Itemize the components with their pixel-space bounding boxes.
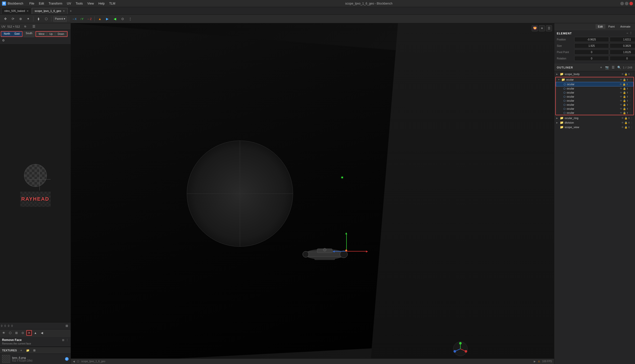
toolbar-btn-c[interactable]: ◀ bbox=[112, 16, 118, 22]
menu-file[interactable]: File bbox=[27, 1, 36, 6]
uv-copy-coords[interactable]: ⊞ bbox=[64, 323, 70, 329]
ocular-4-more-icon[interactable]: ⋮ bbox=[629, 99, 631, 102]
outliner-item-ocular-3[interactable]: ⬡ ocular 👁 🔒 ⬆ ⋮ bbox=[556, 95, 633, 99]
division-lock-icon[interactable]: 🔒 bbox=[624, 121, 627, 124]
scene-nav-next[interactable]: ▶ bbox=[534, 360, 536, 363]
ocular-3-export-icon[interactable]: ⬆ bbox=[626, 95, 628, 98]
uv-options-btn[interactable]: ⚙ bbox=[1, 38, 6, 43]
viewport[interactable]: 🌄 ☀ ☰ ◀ ⬡ scope_lpvo_1_6_geo bbox=[71, 23, 554, 364]
uv-unwrap-tool[interactable]: ⬡ bbox=[7, 330, 13, 336]
ocular-6-more-icon[interactable]: ⋮ bbox=[629, 107, 631, 110]
position-x-input[interactable] bbox=[574, 37, 609, 42]
tab-scope[interactable]: scope_lpvo_1_6_geo ✕ bbox=[32, 8, 68, 14]
ocular-ring-lock-icon[interactable]: 🔒 bbox=[624, 117, 627, 120]
ocular-7-export-icon[interactable]: ⬆ bbox=[626, 111, 628, 114]
ocular-more-icon[interactable]: ⋮ bbox=[629, 78, 631, 81]
texture-item-0[interactable]: lpvo_6.png 512 x 512px (16x) ✓ bbox=[0, 354, 71, 364]
outliner-item-ocular-6[interactable]: ⬡ ocular 👁 🔒 ⬆ ⋮ bbox=[556, 107, 633, 111]
outliner-list-btn[interactable]: ☰ bbox=[611, 65, 616, 70]
ocular-6-eye-icon[interactable]: 👁 bbox=[620, 107, 622, 110]
ocular-3-lock-icon[interactable]: 🔒 bbox=[623, 95, 626, 98]
minimize-button[interactable] bbox=[620, 2, 624, 5]
remove-face-expand[interactable]: ⊞ bbox=[62, 338, 64, 342]
tab-add-button[interactable]: + bbox=[68, 8, 74, 14]
outliner-item-ocular-5[interactable]: ⬡ ocular 👁 🔒 ⬆ ⋮ bbox=[556, 103, 633, 107]
parent-dropdown[interactable]: Parent ▾ bbox=[53, 16, 67, 22]
ocular-7-eye-icon[interactable]: 👁 bbox=[620, 111, 622, 114]
menu-view[interactable]: View bbox=[85, 1, 96, 6]
ocular-5-export-icon[interactable]: ⬆ bbox=[626, 103, 628, 106]
ocular-5-eye-icon[interactable]: 👁 bbox=[620, 103, 622, 106]
uv-pin-tool[interactable]: ⊙ bbox=[20, 330, 26, 336]
position-y-input[interactable] bbox=[610, 37, 635, 42]
ocular-4-eye-icon[interactable]: 👁 bbox=[620, 99, 622, 102]
division-more-icon[interactable]: ⋮ bbox=[630, 121, 633, 124]
outliner-item-ocular-7[interactable]: ⬡ ocular 👁 🔒 ⬆ ⋮ bbox=[556, 111, 633, 115]
uv-nav-up[interactable]: Up bbox=[47, 32, 55, 36]
viewport-render-btn[interactable]: 🌄 bbox=[532, 25, 538, 31]
outliner-group-ocular[interactable]: ▼ 📁 ocular 👁 🔒 ⬆ ⋮ bbox=[556, 77, 633, 82]
texture-grid-btn[interactable]: ⊞ bbox=[32, 348, 37, 353]
outliner-group-scope-view[interactable]: ▶ 📁 scope_view 👁 🔒 ⬆ ⋮ bbox=[554, 125, 635, 129]
toolbar-btn-a[interactable]: ▲ bbox=[96, 16, 103, 22]
outliner-group-division[interactable]: ▶ 📁 division 👁 🔒 ⬆ ⋮ bbox=[554, 120, 635, 125]
outliner-group-scope-body[interactable]: ▶ 📁 scope_body 👁 🔒 ⬆ ⋮ bbox=[554, 72, 635, 76]
scope-view-eye-icon[interactable]: 👁 bbox=[621, 126, 624, 129]
ocular-4-export-icon[interactable]: ⬆ bbox=[626, 99, 628, 102]
texture-folder-btn[interactable]: 📁 bbox=[26, 348, 30, 353]
ocular-2-more-icon[interactable]: ⋮ bbox=[629, 91, 631, 94]
ocular-1-export-icon[interactable]: ⬆ bbox=[626, 87, 628, 90]
ocular-lock-icon[interactable]: 🔒 bbox=[623, 78, 626, 81]
scope-view-export-icon[interactable]: ⬆ bbox=[628, 126, 630, 129]
scene-nav-prev[interactable]: ◀ bbox=[73, 360, 75, 363]
toolbar-btn-move-x[interactable]: →X bbox=[71, 16, 77, 22]
ocular-1-lock-icon[interactable]: 🔒 bbox=[623, 87, 626, 90]
uv-settings-btn[interactable]: ☰ bbox=[31, 23, 37, 30]
ocular-0-lock-icon[interactable]: 🔒 bbox=[623, 83, 626, 86]
ocular-ring-export-icon[interactable]: ⬆ bbox=[628, 117, 630, 120]
scope-body-lock-icon[interactable]: 🔒 bbox=[624, 73, 627, 76]
toolbar-add-cube[interactable]: ⧫ bbox=[35, 16, 42, 22]
menu-help[interactable]: Help bbox=[96, 1, 107, 6]
tab-scope-close[interactable]: ✕ bbox=[63, 10, 65, 12]
outliner-search-btn[interactable]: 🔍 bbox=[617, 65, 622, 70]
ocular-6-export-icon[interactable]: ⬆ bbox=[626, 107, 628, 110]
menu-tools[interactable]: Tools bbox=[74, 1, 85, 6]
uv-nav-down[interactable]: Down bbox=[55, 32, 67, 36]
pivot-x-input[interactable] bbox=[574, 50, 609, 55]
ocular-eye-icon[interactable]: 👁 bbox=[620, 78, 622, 81]
uv-nav-east[interactable]: East bbox=[12, 32, 22, 36]
toolbar-rotate-tool[interactable]: ⟳ bbox=[10, 16, 16, 22]
toolbar-btn-target[interactable]: ⊙ bbox=[119, 16, 126, 22]
ocular-export-icon[interactable]: ⬆ bbox=[626, 78, 628, 81]
texture-add-btn[interactable]: + bbox=[19, 348, 24, 353]
scope-body-more-icon[interactable]: ⋮ bbox=[630, 73, 633, 76]
scope-view-lock-icon[interactable]: 🔒 bbox=[624, 126, 627, 129]
tab-nitro[interactable]: nitro_505_baked ✕ bbox=[2, 8, 31, 14]
outliner-group-ocular-ring[interactable]: ▶ 📁 ocular_ring 👁 🔒 ⬆ ⋮ bbox=[554, 116, 635, 120]
ocular-2-lock-icon[interactable]: 🔒 bbox=[623, 91, 626, 94]
outliner-item-ocular-2[interactable]: ⬡ ocular 👁 🔒 ⬆ ⋮ bbox=[556, 90, 633, 95]
menu-uv[interactable]: UV bbox=[65, 1, 73, 6]
ocular-3-more-icon[interactable]: ⋮ bbox=[629, 95, 631, 98]
toolbar-btn-b[interactable]: ▶ bbox=[104, 16, 111, 22]
uv-paint-tool[interactable]: ▲ bbox=[33, 330, 38, 336]
uv-resolution-btn[interactable]: ⧉ bbox=[22, 23, 29, 30]
ocular-4-lock-icon[interactable]: 🔒 bbox=[623, 99, 626, 102]
ocular-0-export-icon[interactable]: ⬆ bbox=[626, 83, 628, 86]
ocular-7-lock-icon[interactable]: 🔒 bbox=[623, 111, 626, 114]
size-y-input[interactable] bbox=[610, 43, 635, 48]
toolbar-add-mesh[interactable]: ⬡ bbox=[43, 16, 49, 22]
outliner-camera-btn[interactable]: 📷 bbox=[605, 65, 610, 70]
ocular-1-more-icon[interactable]: ⋮ bbox=[629, 87, 631, 90]
uv-nav-south[interactable]: South bbox=[23, 31, 34, 37]
outliner-item-ocular-4[interactable]: ⬡ ocular 👁 🔒 ⬆ ⋮ bbox=[556, 99, 633, 103]
pivot-y-input[interactable] bbox=[610, 50, 635, 55]
size-x-input[interactable] bbox=[574, 43, 609, 48]
viewport-menu-btn[interactable]: ☰ bbox=[546, 25, 552, 31]
menu-transform[interactable]: Transform bbox=[47, 1, 64, 6]
rotation-x-input[interactable] bbox=[574, 56, 609, 61]
division-eye-icon[interactable]: 👁 bbox=[621, 121, 624, 124]
mode-animate[interactable]: Animate bbox=[618, 24, 633, 29]
ocular-0-more-icon[interactable]: ⋮ bbox=[629, 83, 631, 86]
